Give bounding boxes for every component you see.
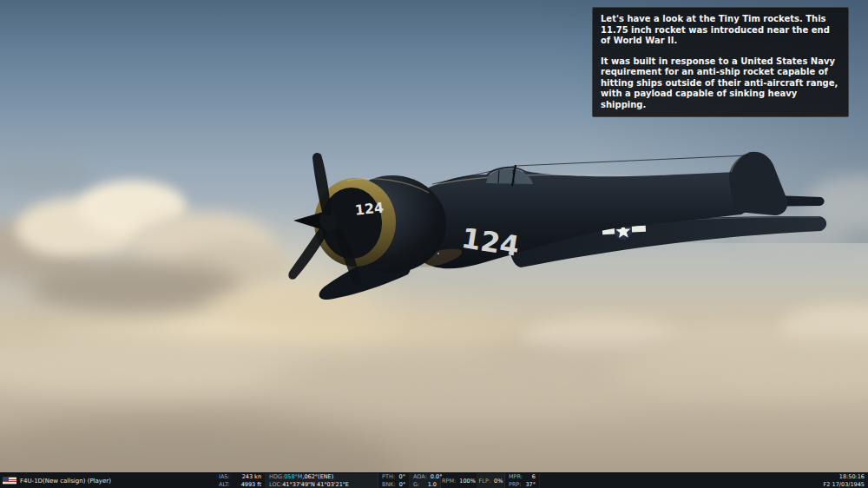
prp-label: PRP:	[509, 481, 522, 488]
flp-value: 0%	[494, 478, 503, 485]
manifold-prop-readout: MPR:6 PRP:37°	[505, 473, 540, 488]
rpm-label: RPM:	[442, 478, 456, 485]
g-value: 1.0	[428, 481, 437, 488]
bnk-label: BNK:	[382, 481, 396, 488]
mpr-label: MPR:	[509, 473, 523, 480]
nose-art	[437, 253, 439, 254]
mission-briefing-box: Let's have a look at the Tiny Tim rocket…	[592, 7, 849, 117]
loc-value: 41°37'49"N 41°03'21"E	[282, 481, 349, 488]
briefing-paragraph: Let's have a look at the Tiny Tim rocket…	[601, 14, 840, 47]
prp-value: 37°	[525, 481, 536, 488]
status-bar: F4U-1D(New callsign) (Player) IAS:243 kn…	[0, 472, 868, 488]
heading-location-readout: HDG:058°M,062°(ENE) LOC:41°37'49"N 41°03…	[266, 473, 378, 488]
loc-label: LOC:	[269, 481, 282, 488]
aoa-g-readout: AOA:0.0° G:1.0	[410, 473, 441, 488]
tail-fin	[729, 152, 787, 215]
us-flag-icon	[3, 477, 16, 485]
pitch-bank-readout: PTH:0° BNK:0°	[378, 473, 410, 488]
mpr-value: 6	[532, 473, 536, 480]
ias-label: IAS:	[219, 473, 230, 480]
speed-altitude-readout: IAS:243 kn ALT:4993 ft	[215, 473, 266, 488]
player-label: F4U-1D(New callsign) (Player)	[20, 478, 111, 485]
cowl-number: 124	[354, 199, 385, 218]
alt-value: 4993 ft	[241, 481, 261, 488]
hdg-magnetic: 058°M	[284, 473, 302, 480]
view-date: F2 17/03/1945	[824, 481, 865, 488]
pth-label: PTH:	[382, 473, 395, 480]
rpm-value: 100%	[459, 478, 476, 485]
clock: 18:50:16	[839, 473, 865, 480]
aoa-label: AOA:	[413, 473, 427, 480]
briefing-paragraph: It was built in response to a United Sta…	[601, 56, 840, 111]
ias-value: 243 kn	[242, 473, 261, 480]
hdg-label: HDG:	[269, 473, 284, 480]
time-date-readout: 18:50:16 F2 17/03/1945	[824, 473, 865, 488]
flight-readouts: IAS:243 kn ALT:4993 ft HDG:058°M,062°(EN…	[215, 473, 540, 488]
hdg-true: ,062°(ENE)	[302, 473, 333, 480]
flaps-readout: FLP:0%	[477, 473, 505, 488]
pth-value: 0°	[399, 473, 405, 480]
rpm-readout: RPM:100%	[441, 473, 477, 488]
g-label: G:	[413, 481, 419, 488]
bnk-value: 0°	[399, 481, 405, 488]
alt-label: ALT:	[219, 481, 230, 488]
player-info: F4U-1D(New callsign) (Player)	[3, 473, 111, 488]
flp-label: FLP:	[479, 478, 490, 485]
